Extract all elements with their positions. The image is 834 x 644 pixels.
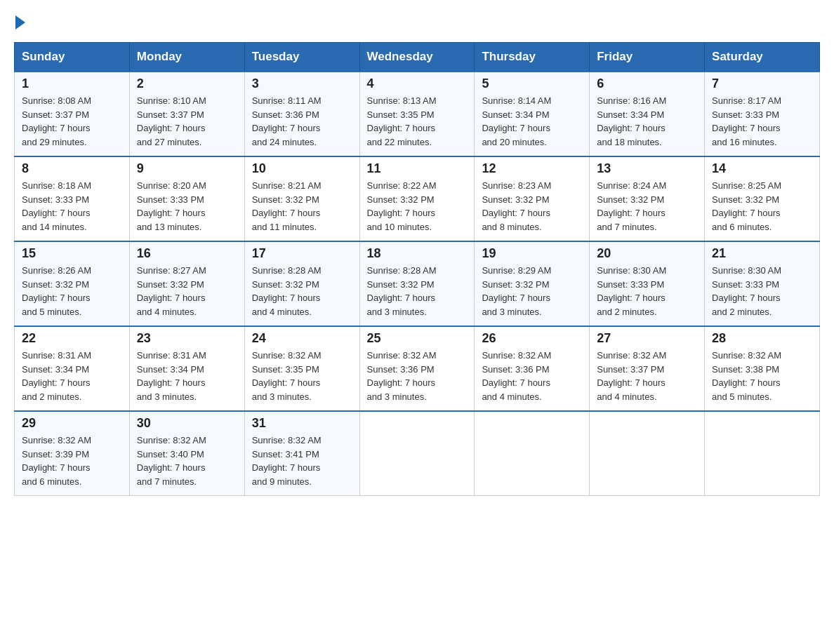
weekday-header-saturday: Saturday bbox=[705, 43, 820, 72]
calendar-day-cell: 7 Sunrise: 8:17 AMSunset: 3:33 PMDayligh… bbox=[705, 72, 820, 156]
day-number: 27 bbox=[597, 331, 697, 346]
calendar-day-cell: 6 Sunrise: 8:16 AMSunset: 3:34 PMDayligh… bbox=[590, 72, 705, 156]
day-number: 28 bbox=[712, 331, 812, 346]
day-info: Sunrise: 8:22 AMSunset: 3:32 PMDaylight:… bbox=[367, 180, 437, 232]
calendar-day-cell: 27 Sunrise: 8:32 AMSunset: 3:37 PMDaylig… bbox=[590, 326, 705, 411]
calendar-day-cell bbox=[475, 411, 590, 496]
day-number: 7 bbox=[712, 76, 812, 91]
day-info: Sunrise: 8:27 AMSunset: 3:32 PMDaylight:… bbox=[137, 265, 206, 317]
day-number: 19 bbox=[482, 246, 582, 261]
calendar-day-cell: 23 Sunrise: 8:31 AMSunset: 3:34 PMDaylig… bbox=[129, 326, 244, 411]
calendar-day-cell: 12 Sunrise: 8:23 AMSunset: 3:32 PMDaylig… bbox=[475, 156, 590, 241]
calendar-day-cell: 30 Sunrise: 8:32 AMSunset: 3:40 PMDaylig… bbox=[129, 411, 244, 496]
day-number: 29 bbox=[22, 416, 122, 431]
day-number: 25 bbox=[367, 331, 468, 346]
day-number: 22 bbox=[22, 331, 122, 346]
day-info: Sunrise: 8:14 AMSunset: 3:34 PMDaylight:… bbox=[482, 95, 551, 147]
weekday-header-monday: Monday bbox=[129, 43, 244, 72]
calendar-week-row: 8 Sunrise: 8:18 AMSunset: 3:33 PMDayligh… bbox=[15, 156, 820, 241]
calendar-day-cell: 11 Sunrise: 8:22 AMSunset: 3:32 PMDaylig… bbox=[359, 156, 475, 241]
calendar-day-cell: 29 Sunrise: 8:32 AMSunset: 3:39 PMDaylig… bbox=[15, 411, 130, 496]
day-info: Sunrise: 8:13 AMSunset: 3:35 PMDaylight:… bbox=[367, 95, 437, 147]
day-number: 14 bbox=[712, 161, 812, 176]
calendar-week-row: 22 Sunrise: 8:31 AMSunset: 3:34 PMDaylig… bbox=[15, 326, 820, 411]
calendar-day-cell: 31 Sunrise: 8:32 AMSunset: 3:41 PMDaylig… bbox=[244, 411, 359, 496]
calendar-day-cell: 25 Sunrise: 8:32 AMSunset: 3:36 PMDaylig… bbox=[359, 326, 475, 411]
day-number: 12 bbox=[482, 161, 582, 176]
calendar-table: SundayMondayTuesdayWednesdayThursdayFrid… bbox=[14, 42, 820, 496]
day-number: 8 bbox=[22, 161, 122, 176]
calendar-week-row: 1 Sunrise: 8:08 AMSunset: 3:37 PMDayligh… bbox=[15, 72, 820, 156]
calendar-day-cell: 22 Sunrise: 8:31 AMSunset: 3:34 PMDaylig… bbox=[15, 326, 130, 411]
day-number: 31 bbox=[252, 416, 352, 431]
day-info: Sunrise: 8:30 AMSunset: 3:33 PMDaylight:… bbox=[597, 265, 666, 317]
calendar-day-cell: 5 Sunrise: 8:14 AMSunset: 3:34 PMDayligh… bbox=[475, 72, 590, 156]
day-number: 17 bbox=[252, 246, 352, 261]
day-info: Sunrise: 8:24 AMSunset: 3:32 PMDaylight:… bbox=[597, 180, 666, 232]
day-info: Sunrise: 8:32 AMSunset: 3:39 PMDaylight:… bbox=[22, 435, 91, 487]
day-number: 26 bbox=[482, 331, 582, 346]
day-number: 15 bbox=[22, 246, 122, 261]
calendar-day-cell bbox=[359, 411, 475, 496]
day-info: Sunrise: 8:28 AMSunset: 3:32 PMDaylight:… bbox=[367, 265, 437, 317]
day-number: 1 bbox=[22, 76, 122, 91]
day-info: Sunrise: 8:29 AMSunset: 3:32 PMDaylight:… bbox=[482, 265, 551, 317]
calendar-day-cell: 20 Sunrise: 8:30 AMSunset: 3:33 PMDaylig… bbox=[590, 241, 705, 326]
day-info: Sunrise: 8:31 AMSunset: 3:34 PMDaylight:… bbox=[137, 350, 206, 402]
day-number: 6 bbox=[597, 76, 697, 91]
day-info: Sunrise: 8:32 AMSunset: 3:41 PMDaylight:… bbox=[252, 435, 322, 487]
day-number: 5 bbox=[482, 76, 582, 91]
day-number: 10 bbox=[252, 161, 352, 176]
calendar-day-cell: 3 Sunrise: 8:11 AMSunset: 3:36 PMDayligh… bbox=[244, 72, 359, 156]
day-number: 21 bbox=[712, 246, 812, 261]
calendar-day-cell: 18 Sunrise: 8:28 AMSunset: 3:32 PMDaylig… bbox=[359, 241, 475, 326]
calendar-day-cell: 28 Sunrise: 8:32 AMSunset: 3:38 PMDaylig… bbox=[705, 326, 820, 411]
day-number: 24 bbox=[252, 331, 352, 346]
calendar-day-cell: 17 Sunrise: 8:28 AMSunset: 3:32 PMDaylig… bbox=[244, 241, 359, 326]
day-info: Sunrise: 8:16 AMSunset: 3:34 PMDaylight:… bbox=[597, 95, 666, 147]
day-info: Sunrise: 8:23 AMSunset: 3:32 PMDaylight:… bbox=[482, 180, 551, 232]
weekday-header-thursday: Thursday bbox=[475, 43, 590, 72]
day-info: Sunrise: 8:32 AMSunset: 3:36 PMDaylight:… bbox=[482, 350, 551, 402]
calendar-day-cell: 21 Sunrise: 8:30 AMSunset: 3:33 PMDaylig… bbox=[705, 241, 820, 326]
logo bbox=[14, 14, 25, 28]
calendar-day-cell: 24 Sunrise: 8:32 AMSunset: 3:35 PMDaylig… bbox=[244, 326, 359, 411]
weekday-header-wednesday: Wednesday bbox=[359, 43, 475, 72]
calendar-day-cell: 9 Sunrise: 8:20 AMSunset: 3:33 PMDayligh… bbox=[129, 156, 244, 241]
calendar-day-cell: 10 Sunrise: 8:21 AMSunset: 3:32 PMDaylig… bbox=[244, 156, 359, 241]
day-number: 4 bbox=[367, 76, 468, 91]
day-info: Sunrise: 8:32 AMSunset: 3:37 PMDaylight:… bbox=[597, 350, 666, 402]
calendar-day-cell: 26 Sunrise: 8:32 AMSunset: 3:36 PMDaylig… bbox=[475, 326, 590, 411]
day-info: Sunrise: 8:17 AMSunset: 3:33 PMDaylight:… bbox=[712, 95, 781, 147]
day-number: 11 bbox=[367, 161, 468, 176]
day-info: Sunrise: 8:31 AMSunset: 3:34 PMDaylight:… bbox=[22, 350, 91, 402]
page-header bbox=[14, 14, 820, 28]
day-info: Sunrise: 8:25 AMSunset: 3:32 PMDaylight:… bbox=[712, 180, 781, 232]
calendar-day-cell: 2 Sunrise: 8:10 AMSunset: 3:37 PMDayligh… bbox=[129, 72, 244, 156]
calendar-day-cell: 15 Sunrise: 8:26 AMSunset: 3:32 PMDaylig… bbox=[15, 241, 130, 326]
day-info: Sunrise: 8:32 AMSunset: 3:40 PMDaylight:… bbox=[137, 435, 206, 487]
day-info: Sunrise: 8:26 AMSunset: 3:32 PMDaylight:… bbox=[22, 265, 91, 317]
calendar-day-cell: 8 Sunrise: 8:18 AMSunset: 3:33 PMDayligh… bbox=[15, 156, 130, 241]
day-number: 13 bbox=[597, 161, 697, 176]
day-info: Sunrise: 8:21 AMSunset: 3:32 PMDaylight:… bbox=[252, 180, 322, 232]
calendar-day-cell: 16 Sunrise: 8:27 AMSunset: 3:32 PMDaylig… bbox=[129, 241, 244, 326]
weekday-header-friday: Friday bbox=[590, 43, 705, 72]
calendar-week-row: 29 Sunrise: 8:32 AMSunset: 3:39 PMDaylig… bbox=[15, 411, 820, 496]
day-number: 20 bbox=[597, 246, 697, 261]
day-info: Sunrise: 8:32 AMSunset: 3:35 PMDaylight:… bbox=[252, 350, 322, 402]
weekday-header-tuesday: Tuesday bbox=[244, 43, 359, 72]
day-info: Sunrise: 8:30 AMSunset: 3:33 PMDaylight:… bbox=[712, 265, 781, 317]
calendar-day-cell: 19 Sunrise: 8:29 AMSunset: 3:32 PMDaylig… bbox=[475, 241, 590, 326]
day-info: Sunrise: 8:18 AMSunset: 3:33 PMDaylight:… bbox=[22, 180, 91, 232]
day-info: Sunrise: 8:10 AMSunset: 3:37 PMDaylight:… bbox=[137, 95, 206, 147]
day-number: 23 bbox=[137, 331, 237, 346]
day-info: Sunrise: 8:32 AMSunset: 3:36 PMDaylight:… bbox=[367, 350, 437, 402]
day-info: Sunrise: 8:08 AMSunset: 3:37 PMDaylight:… bbox=[22, 95, 91, 147]
day-info: Sunrise: 8:28 AMSunset: 3:32 PMDaylight:… bbox=[252, 265, 322, 317]
calendar-day-cell bbox=[705, 411, 820, 496]
logo-arrow-icon bbox=[15, 15, 25, 29]
day-number: 16 bbox=[137, 246, 237, 261]
weekday-header-sunday: Sunday bbox=[15, 43, 130, 72]
day-number: 9 bbox=[137, 161, 237, 176]
